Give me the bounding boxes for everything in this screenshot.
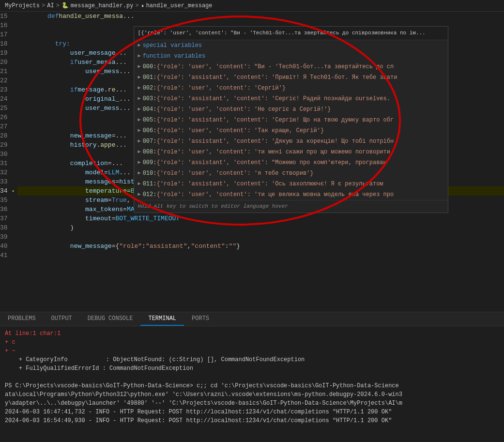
debug-popup-entry-008[interactable]: ▶ 008: {'role': 'user', 'content': 'ти м…	[134, 147, 448, 157]
terminal-cmd-3: y\adapter\..\..\debugpy\launcher' '49880…	[5, 399, 499, 408]
code-line-38: )	[17, 223, 504, 232]
debug-popup-entry-007[interactable]: ▶ 007: {'role': 'assistant', 'content': …	[134, 136, 448, 147]
terminal-blank	[5, 373, 499, 381]
breadcrumb-ai[interactable]: AI	[47, 2, 54, 9]
debug-popup: [{'role': 'user', 'content': "Ви - 'Tech…	[134, 26, 448, 213]
terminal-line-1: At line:1 char:1	[5, 329, 499, 338]
debug-popup-entry-004[interactable]: ▶ 004: {'role': 'user', 'content': 'Не с…	[134, 104, 448, 115]
debug-popup-header: [{'role': 'user', 'content': "Ви - 'Tech…	[134, 27, 448, 40]
code-line-41	[17, 251, 504, 260]
debug-popup-entry-002[interactable]: ▶ 002: {'role': 'user', 'content': 'Серг…	[134, 83, 448, 93]
debug-popup-entry-000[interactable]: ▶ 000: {'role': 'user', 'content': "Ви -…	[134, 61, 448, 72]
terminal-line-4: + CategoryInfo : ObjectNotFound: (c:Stri…	[5, 355, 499, 364]
debug-popup-item-function-vars[interactable]: ▶ function variables	[134, 51, 448, 61]
terminal-panel: PROBLEMS OUTPUT DEBUG CONSOLE TERMINAL P…	[0, 312, 504, 442]
terminal-line-5: + FullyQualifiedErrorId : CommandNotFoun…	[5, 364, 499, 373]
tab-debug-console[interactable]: DEBUG CONSOLE	[80, 312, 141, 326]
breadcrumb-symbol-icon: ⬧	[141, 2, 144, 9]
terminal-line-3: + ~	[5, 347, 499, 355]
debug-popup-entry-012[interactable]: ▶ 012: {'role': 'user', 'content': 'ти ц…	[134, 189, 448, 200]
breadcrumb-file-icon: 🐍	[61, 2, 69, 9]
debug-popup-entry-001[interactable]: ▶ 001: {'role': 'assistant', 'content': …	[134, 72, 448, 83]
terminal-content[interactable]: At line:1 char:1 + c + ~ + CategoryInfo …	[0, 326, 504, 442]
debug-popup-entry-005[interactable]: ▶ 005: {'role': 'assistant', 'content': …	[134, 115, 448, 125]
terminal-log-2: 2024-06-03 16:54:49,930 - INFO - HTTP Re…	[5, 416, 499, 425]
code-line-15: def handle_user_messa...	[17, 12, 504, 21]
code-line-37: timeout = BOT_WRITE_TIMEOUT	[17, 214, 504, 223]
tab-ports[interactable]: PORTS	[184, 312, 217, 326]
terminal-tabs: PROBLEMS OUTPUT DEBUG CONSOLE TERMINAL P…	[0, 312, 504, 326]
tab-problems[interactable]: PROBLEMS	[0, 312, 44, 326]
debug-popup-entry-009[interactable]: ▶ 009: {'role': 'assistant', 'content': …	[134, 157, 448, 168]
tab-output[interactable]: OUTPUT	[44, 312, 80, 326]
editor-area: 15 16 17 18 19 20 21 22 23 24 25 26 27 2…	[0, 12, 504, 312]
debug-popup-entry-011[interactable]: ▶ 011: {'role': 'assistant', 'content': …	[134, 179, 448, 189]
breadcrumb: MyProjects > AI > 🐍 message_handler.py >…	[0, 0, 504, 12]
tab-terminal[interactable]: TERMINAL	[140, 312, 184, 326]
breadcrumb-projects[interactable]: MyProjects	[5, 2, 40, 9]
code-editor[interactable]: def handle_user_messa... try: user_messa…	[13, 12, 504, 312]
code-line-40: new_message = {"role": "assistant", "con…	[17, 242, 504, 251]
debug-popup-entry-010[interactable]: ▶ 010: {'role': 'user', 'content': 'я те…	[134, 168, 448, 179]
breadcrumb-file[interactable]: message_handler.py	[71, 2, 134, 9]
terminal-log-1: 2024-06-03 16:47:41,732 - INFO - HTTP Re…	[5, 408, 499, 416]
debug-popup-footer: Hold Alt key to switch to editor languag…	[134, 200, 448, 213]
code-line-39	[17, 232, 504, 242]
debug-popup-entry-003[interactable]: ▶ 003: {'role': 'assistant', 'content': …	[134, 93, 448, 104]
debug-popup-item-special-vars[interactable]: ▶ special variables	[134, 40, 448, 51]
breadcrumb-symbol[interactable]: handle_user_message	[146, 2, 213, 9]
debug-popup-entry-006[interactable]: ▶ 006: {'role': 'user', 'content': 'Так …	[134, 125, 448, 136]
terminal-line-2: + c	[5, 338, 499, 347]
line-numbers: 15 16 17 18 19 20 21 22 23 24 25 26 27 2…	[0, 12, 13, 312]
terminal-cmd-2: ata\Local\Programs\Python\Python312\pyth…	[5, 390, 499, 399]
terminal-cmd-1: PS C:\Projects\vscode-basics\GoIT-Python…	[5, 381, 499, 390]
